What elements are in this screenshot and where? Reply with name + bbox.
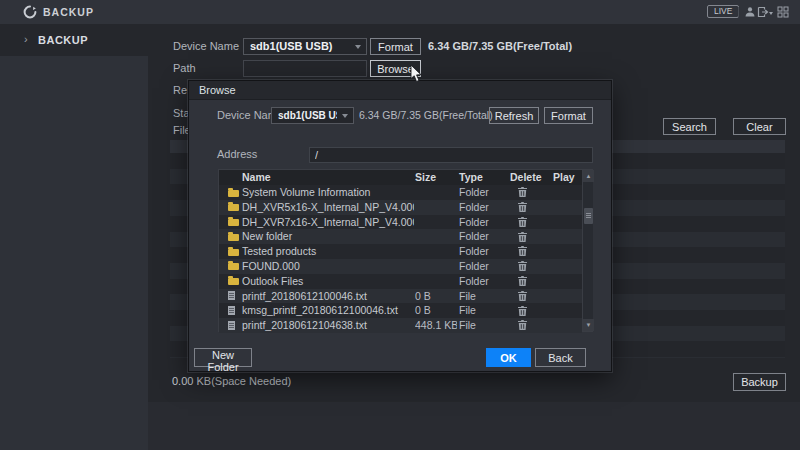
file-name: FOUND.000	[242, 259, 414, 274]
file-row[interactable]: printf_20180612100046.txt0 BFile	[219, 289, 582, 304]
delete-file-button[interactable]	[505, 244, 539, 259]
delete-file-button[interactable]	[505, 200, 539, 215]
dvr-backup-screen: BACKUP LIVE › BACKUP Device Name sdb1(US…	[0, 0, 800, 450]
address-input[interactable]	[309, 147, 593, 163]
space-needed-text: 0.00 KB(Space Needed)	[172, 375, 291, 387]
scroll-down-button[interactable]: ▼	[583, 319, 594, 331]
file-type: Folder	[459, 274, 505, 289]
file-table: Name Size Type Delete Play System Volume…	[218, 169, 593, 332]
file-type: Folder	[459, 229, 505, 244]
file-name: kmsg_printf_20180612100046.txt	[242, 303, 414, 318]
titlebar-separator	[738, 7, 739, 17]
file-name: DH_XVR7x16-X_Internal_NP_V4.000.000...	[242, 215, 414, 230]
path-label: Path	[173, 60, 196, 77]
file-row[interactable]: Outlook FilesFolder	[219, 274, 582, 289]
column-header-play: Play	[553, 170, 575, 185]
file-row[interactable]: FOUND.000Folder	[219, 259, 582, 274]
file-table-header: Name Size Type Delete Play	[219, 170, 592, 185]
delete-file-button[interactable]	[505, 229, 539, 244]
file-name: printf_20180612104638.txt	[242, 318, 414, 333]
scroll-up-button[interactable]: ▲	[583, 170, 594, 182]
file-name: printf_20180612100046.txt	[242, 289, 414, 304]
chevron-down-icon	[355, 45, 361, 49]
device-name-value: sdb1(USB USB)	[250, 39, 350, 54]
folder-icon	[228, 278, 239, 285]
refresh-button[interactable]: Refresh	[489, 107, 539, 124]
column-header-type: Type	[459, 170, 483, 185]
file-type: Folder	[459, 200, 505, 215]
file-icon	[228, 321, 235, 330]
path-input[interactable]	[243, 60, 367, 77]
user-icon[interactable]	[744, 6, 756, 18]
file-name: System Volume Information	[242, 185, 414, 200]
file-name: DH_XVR5x16-X_Internal_NP_V4.000.000...	[242, 200, 414, 215]
file-type: Folder	[459, 185, 505, 200]
file-row[interactable]: kmsg_printf_20180612100046.txt0 BFile	[219, 303, 582, 318]
file-icon	[228, 306, 235, 315]
delete-file-button[interactable]	[505, 289, 539, 304]
file-row[interactable]: New folderFolder	[219, 229, 582, 244]
clear-button[interactable]: Clear	[733, 118, 786, 135]
file-type: Folder	[459, 244, 505, 259]
column-header-name: Name	[242, 170, 271, 185]
delete-file-button[interactable]	[505, 185, 539, 200]
folder-icon	[228, 219, 239, 226]
delete-file-button[interactable]	[505, 274, 539, 289]
app-logo-icon	[23, 5, 37, 19]
layout-grid-icon[interactable]	[777, 6, 789, 18]
sidebar: › BACKUP	[0, 24, 148, 450]
logout-caret-icon[interactable]	[769, 12, 773, 15]
delete-file-button[interactable]	[505, 303, 539, 318]
address-label: Address	[217, 146, 257, 163]
device-name-label: Device Name	[173, 38, 239, 55]
search-button[interactable]: Search	[663, 118, 716, 135]
file-table-rows: System Volume InformationFolderDH_XVR5x1…	[219, 185, 582, 333]
delete-file-button[interactable]	[505, 259, 539, 274]
browse-dialog: Browse Device Name sdb1(USB USB) 6.34 GB…	[188, 80, 612, 372]
column-header-delete: Delete	[510, 170, 542, 185]
start-label-clipped: Sta	[173, 105, 189, 122]
format-button[interactable]: Format	[370, 38, 421, 55]
dialog-format-button[interactable]: Format	[544, 107, 593, 124]
file-row[interactable]: Tested productsFolder	[219, 244, 582, 259]
dialog-titlebar: Browse	[189, 81, 611, 100]
page-title: BACKUP	[43, 0, 94, 24]
file-row[interactable]: DH_XVR5x16-X_Internal_NP_V4.000.000...Fo…	[219, 200, 582, 215]
sidebar-item-backup[interactable]: › BACKUP	[0, 24, 148, 56]
mouse-cursor	[410, 65, 422, 83]
back-button[interactable]: Back	[535, 348, 586, 367]
file-row[interactable]: System Volume InformationFolder	[219, 185, 582, 200]
capacity-text: 6.34 GB/7.35 GB(Free/Total)	[428, 38, 572, 55]
new-folder-button[interactable]: New Folder	[194, 348, 252, 367]
column-header-size: Size	[415, 170, 436, 185]
folder-icon	[228, 263, 239, 270]
file-row[interactable]: printf_20180612104638.txt448.1 KBFile	[219, 318, 582, 333]
dialog-capacity-text: 6.34 GB/7.35 GB(Free/Total)	[359, 107, 493, 124]
chevron-right-icon: ›	[24, 24, 28, 56]
file-size: 448.1 KB	[415, 318, 457, 333]
file-type: File	[459, 289, 505, 304]
file-row[interactable]: DH_XVR7x16-X_Internal_NP_V4.000.000...Fo…	[219, 215, 582, 230]
footer-band	[148, 402, 800, 450]
file-type: Folder	[459, 259, 505, 274]
ok-button[interactable]: OK	[486, 348, 531, 367]
backup-button[interactable]: Backup	[733, 373, 786, 391]
logout-icon[interactable]	[757, 6, 769, 18]
file-icon	[228, 291, 235, 300]
live-button[interactable]: LIVE	[707, 5, 739, 18]
file-name: Outlook Files	[242, 274, 414, 289]
delete-file-button[interactable]	[505, 318, 539, 333]
file-type: File	[459, 318, 505, 333]
scrollbar-thumb[interactable]	[584, 208, 593, 224]
record-label-clipped: Re	[173, 82, 189, 99]
device-name-select[interactable]: sdb1(USB USB)	[243, 38, 367, 55]
sidebar-item-label: BACKUP	[38, 24, 88, 56]
chevron-down-icon	[342, 114, 348, 118]
file-label-clipped: File	[173, 122, 189, 139]
table-scrollbar[interactable]: ▲ ▼	[582, 170, 593, 331]
file-name: New folder	[242, 229, 414, 244]
dialog-device-name-select[interactable]: sdb1(USB USB)	[271, 107, 354, 124]
file-size: 0 B	[415, 289, 457, 304]
dialog-device-name-value: sdb1(USB USB)	[278, 108, 337, 123]
delete-file-button[interactable]	[505, 215, 539, 230]
